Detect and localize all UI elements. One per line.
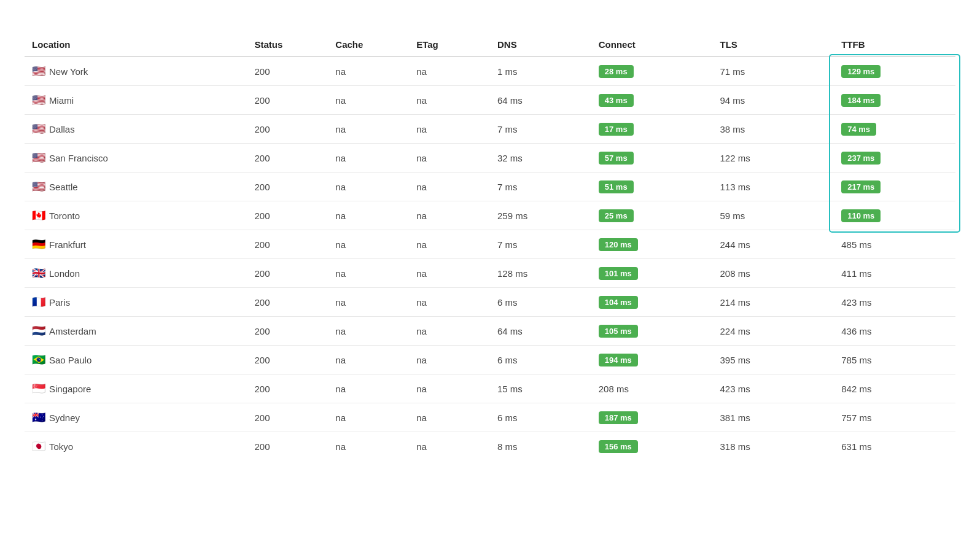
header-ttfb: TTFB: [834, 33, 955, 56]
cell-etag: na: [409, 201, 490, 230]
cell-location: 🇺🇸New York: [25, 56, 247, 86]
cell-cache: na: [328, 230, 409, 259]
cell-cache: na: [328, 201, 409, 230]
cell-tls: 381 ms: [712, 403, 834, 432]
cell-ttfb: 184 ms: [834, 86, 955, 115]
table-row: 🇫🇷Paris200nana6 ms104 ms214 ms423 ms: [25, 288, 955, 317]
cell-status: 200: [247, 288, 329, 317]
cell-etag: na: [409, 259, 490, 288]
header-tls: TLS: [712, 33, 834, 56]
cell-connect: 28 ms: [591, 56, 713, 86]
cell-cache: na: [328, 86, 409, 115]
location-name: London: [49, 268, 80, 279]
cell-status: 200: [247, 115, 329, 144]
flag-icon: 🇬🇧: [32, 266, 45, 280]
ttfb-badge: 217 ms: [841, 180, 881, 193]
flag-icon: 🇫🇷: [32, 295, 45, 309]
cell-location: 🇸🇬Singapore: [25, 374, 247, 403]
cell-location: 🇦🇺Sydney: [25, 403, 247, 432]
cell-location: 🇺🇸Dallas: [25, 115, 247, 144]
cell-dns: 6 ms: [490, 288, 591, 317]
cell-etag: na: [409, 56, 490, 86]
cell-ttfb: 436 ms: [834, 317, 955, 346]
connect-badge: 194 ms: [599, 354, 638, 366]
header-connect: Connect: [591, 33, 713, 56]
cell-cache: na: [328, 115, 409, 144]
flag-icon: 🇺🇸: [32, 151, 45, 165]
table-header-row: Location Status Cache ETag DNS Connect T…: [25, 33, 955, 56]
cell-dns: 7 ms: [490, 173, 591, 201]
cell-status: 200: [247, 173, 329, 201]
cell-cache: na: [328, 259, 409, 288]
connect-badge: 28 ms: [599, 65, 634, 78]
cell-ttfb: 110 ms: [834, 201, 955, 230]
cell-status: 200: [247, 201, 329, 230]
cell-tls: 224 ms: [712, 317, 834, 346]
table-row: 🇸🇬Singapore200nana15 ms208 ms423 ms842 m…: [25, 374, 955, 403]
location-name: Miami: [49, 95, 74, 106]
cell-location: 🇫🇷Paris: [25, 288, 247, 317]
header-dns: DNS: [490, 33, 591, 56]
location-name: Sao Paulo: [49, 355, 91, 365]
connect-badge: 51 ms: [599, 180, 634, 193]
cell-location: 🇺🇸Seattle: [25, 173, 247, 201]
header-status: Status: [247, 33, 329, 56]
cell-etag: na: [409, 317, 490, 346]
cell-dns: 7 ms: [490, 230, 591, 259]
connect-badge: 43 ms: [599, 94, 634, 107]
cell-status: 200: [247, 432, 329, 461]
table-row: 🇺🇸Miami200nana64 ms43 ms94 ms184 ms: [25, 86, 955, 115]
cell-ttfb: 485 ms: [834, 230, 955, 259]
cell-ttfb: 423 ms: [834, 288, 955, 317]
cell-tls: 71 ms: [712, 56, 834, 86]
table-row: 🇦🇺Sydney200nana6 ms187 ms381 ms757 ms: [25, 403, 955, 432]
ttfb-badge: 184 ms: [841, 94, 881, 107]
cell-tls: 113 ms: [712, 173, 834, 201]
cell-connect: 208 ms: [591, 374, 713, 403]
flag-icon: 🇩🇪: [32, 238, 45, 251]
cell-dns: 7 ms: [490, 115, 591, 144]
cell-dns: 32 ms: [490, 144, 591, 173]
table-row: 🇬🇧London200nana128 ms101 ms208 ms411 ms: [25, 259, 955, 288]
cell-dns: 6 ms: [490, 403, 591, 432]
connect-badge: 187 ms: [599, 411, 638, 424]
cell-cache: na: [328, 288, 409, 317]
cell-ttfb: 631 ms: [834, 432, 955, 461]
cell-ttfb: 842 ms: [834, 374, 955, 403]
cell-etag: na: [409, 173, 490, 201]
cell-tls: 208 ms: [712, 259, 834, 288]
cell-etag: na: [409, 346, 490, 374]
connect-badge: 104 ms: [599, 296, 638, 309]
cell-etag: na: [409, 432, 490, 461]
cell-ttfb: 237 ms: [834, 144, 955, 173]
ttfb-badge: 110 ms: [841, 209, 881, 222]
cell-connect: 194 ms: [591, 346, 713, 374]
table-row: 🇨🇦Toronto200nana259 ms25 ms59 ms110 ms: [25, 201, 955, 230]
cell-cache: na: [328, 432, 409, 461]
location-name: Singapore: [49, 384, 91, 394]
ttfb-badge: 74 ms: [841, 123, 876, 136]
connect-badge: 105 ms: [599, 325, 638, 338]
location-name: New York: [49, 66, 88, 77]
cell-status: 200: [247, 86, 329, 115]
location-name: San Francisco: [49, 153, 108, 163]
cell-ttfb: 74 ms: [834, 115, 955, 144]
location-name: Paris: [49, 297, 70, 308]
cell-tls: 122 ms: [712, 144, 834, 173]
cell-dns: 8 ms: [490, 432, 591, 461]
cell-tls: 38 ms: [712, 115, 834, 144]
flag-icon: 🇺🇸: [32, 122, 45, 136]
cell-connect: 17 ms: [591, 115, 713, 144]
cell-etag: na: [409, 144, 490, 173]
cell-ttfb: 785 ms: [834, 346, 955, 374]
cell-cache: na: [328, 403, 409, 432]
cell-connect: 101 ms: [591, 259, 713, 288]
table-row: 🇺🇸Dallas200nana7 ms17 ms38 ms74 ms: [25, 115, 955, 144]
location-name: Tokyo: [49, 441, 73, 452]
cell-tls: 395 ms: [712, 346, 834, 374]
cell-etag: na: [409, 403, 490, 432]
cell-connect: 120 ms: [591, 230, 713, 259]
connect-badge: 17 ms: [599, 123, 634, 136]
cell-ttfb: 217 ms: [834, 173, 955, 201]
flag-icon: 🇨🇦: [32, 209, 45, 222]
